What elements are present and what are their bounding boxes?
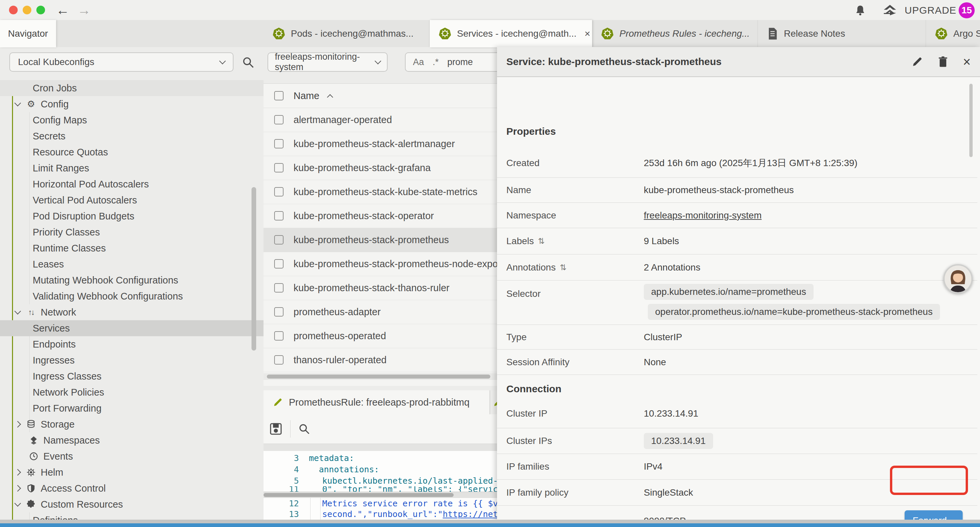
runbook-url-link[interactable]: https://net	[442, 509, 497, 519]
table-row[interactable]: kube-prometheus-stack-prometheus-node-ex…	[264, 252, 497, 276]
upgrade-label[interactable]: UPGRADE	[905, 5, 956, 16]
table-row[interactable]: kube-prometheus-stack-grafana	[264, 156, 497, 180]
notification-badge[interactable]: 15	[959, 2, 975, 18]
expand-icon[interactable]: ⇅	[560, 263, 566, 272]
sidebar-group-custom-resources[interactable]: Custom Resources	[0, 496, 278, 512]
sidebar-group-config[interactable]: ⚙ Config	[0, 96, 278, 112]
sidebar-item-secrets[interactable]: Secrets	[0, 128, 296, 144]
tab-argo[interactable]: Argo Se	[926, 20, 980, 47]
gear-icon: ⚙	[26, 99, 36, 109]
sidebar-item-network-policies[interactable]: Network Policies	[0, 384, 296, 400]
row-checkbox[interactable]	[274, 163, 283, 172]
table-row[interactable]: alertmanager-operated	[264, 108, 497, 132]
tab-label: Release Notes	[784, 29, 845, 39]
forward-button[interactable]: →	[77, 3, 91, 18]
sidebar-item-ingress-classes[interactable]: Ingress Classes	[0, 368, 296, 384]
sidebar-item-cron-jobs[interactable]: Cron Jobs	[0, 80, 296, 96]
row-checkbox[interactable]	[274, 283, 283, 293]
tab-strip: Navigator Pods - icecheng@mathmas... Ser…	[0, 20, 980, 47]
scrollbar-thumb[interactable]	[267, 374, 490, 379]
sidebar-group-storage[interactable]: Storage	[0, 416, 278, 432]
sidebar-search-icon[interactable]	[242, 56, 255, 69]
sidebar-item-ingresses[interactable]: Ingresses	[0, 352, 296, 368]
tab-release-notes[interactable]: Release Notes	[758, 20, 926, 47]
table-row[interactable]: kube-prometheus-stack-operator	[264, 204, 497, 228]
namespace-link[interactable]: freeleaps-monitoring-system	[644, 210, 762, 221]
sidebar-group-access-control[interactable]: Access Control	[0, 480, 278, 496]
kubeconfig-selector[interactable]: Local Kubeconfigs	[10, 53, 234, 72]
sidebar-item-resource-quotas[interactable]: Resource Quotas	[0, 144, 296, 160]
match-case-icon[interactable]: Aa	[413, 57, 424, 67]
delete-icon[interactable]	[938, 56, 948, 67]
sidebar-item-events[interactable]: Events	[0, 448, 292, 464]
table-header-row[interactable]: Name	[264, 84, 497, 108]
services-list-pane: freeleaps-monitoring-system Aa .* prome …	[264, 47, 497, 527]
editor-horizontal-scrollbar[interactable]	[264, 492, 497, 498]
toolbar-divider	[290, 420, 291, 438]
name-column-header[interactable]: Name	[294, 91, 319, 101]
row-checkbox[interactable]	[274, 211, 283, 220]
namespace-filter-dropdown[interactable]: freeleaps-monitoring-system	[267, 53, 388, 72]
table-row[interactable]: prometheus-operated	[264, 324, 497, 348]
edit-icon[interactable]	[912, 56, 923, 67]
sidebar-item-limit-ranges[interactable]: Limit Ranges	[0, 160, 296, 176]
shield-icon	[26, 483, 36, 493]
sidebar-scrollbar[interactable]	[251, 187, 256, 350]
expand-icon[interactable]: ⇅	[538, 236, 545, 246]
table-row[interactable]: thanos-ruler-operated	[264, 348, 497, 372]
panel-title: Service: kube-prometheus-stack-prometheu…	[506, 56, 721, 67]
upgrade-icon[interactable]	[883, 4, 897, 17]
row-checkbox[interactable]	[274, 235, 283, 245]
editor-tab-partial[interactable]	[491, 390, 497, 414]
row-checkbox[interactable]	[274, 259, 283, 269]
sidebar-item-namespaces[interactable]: Namespaces	[0, 432, 292, 448]
sidebar-group-network[interactable]: ↑↓ Network	[0, 304, 278, 320]
scrollbar-thumb[interactable]	[264, 493, 453, 497]
table-row[interactable]: kube-prometheus-stack-thanos-ruler	[264, 276, 497, 300]
code-line-partial: 110", "for": "nm", "labels": {"service":…	[264, 486, 497, 492]
bell-icon[interactable]	[854, 4, 867, 17]
code-line: 5kubectl.kubernetes.io/last-applied-co	[264, 475, 497, 486]
user-avatar[interactable]	[943, 264, 973, 293]
close-tab-icon[interactable]: ×	[584, 28, 590, 39]
back-button[interactable]: ←	[56, 3, 69, 18]
regex-icon[interactable]: .*	[433, 57, 439, 67]
editor-tab-prometheusrule[interactable]: PrometheusRule: freeleaps-prod-rabbitmq	[264, 390, 490, 414]
sidebar-item-config-maps[interactable]: Config Maps	[0, 112, 296, 128]
select-all-checkbox[interactable]	[274, 91, 283, 100]
close-panel-icon[interactable]: ×	[963, 56, 970, 67]
close-window-button[interactable]	[9, 6, 18, 14]
minimize-window-button[interactable]	[23, 6, 31, 14]
tab-pods[interactable]: Pods - icecheng@mathmas...	[264, 20, 430, 47]
titlebar: ← → UPGRADE 15	[0, 0, 980, 20]
panel-scrollbar[interactable]	[969, 84, 973, 157]
list-search-input[interactable]: Aa .* prome	[405, 53, 497, 72]
editor-search-icon[interactable]	[298, 423, 310, 435]
code-line: 3metadata:	[264, 452, 497, 463]
code-line: 13second.","runbook_url":"https://net	[264, 508, 497, 520]
chevron-down-icon	[14, 308, 21, 315]
panel-header: Service: kube-prometheus-stack-prometheu…	[497, 47, 980, 77]
row-checkbox[interactable]	[274, 355, 283, 365]
table-row[interactable]: prometheus-adapter	[264, 300, 497, 324]
code-line: 12Metrics service error rate is {{ $va	[264, 498, 497, 509]
tab-navigator[interactable]: Navigator	[0, 20, 56, 47]
tab-services[interactable]: Services - icecheng@math... ×	[430, 20, 592, 47]
property-row-namespace: Namespace freeleaps-monitoring-system	[497, 203, 977, 228]
tab-prometheus-rules[interactable]: Prometheus Rules - icecheng...	[592, 20, 758, 47]
table-row[interactable]: kube-prometheus-stack-kube-state-metrics	[264, 180, 497, 204]
row-checkbox[interactable]	[274, 115, 283, 124]
row-checkbox[interactable]	[274, 187, 283, 196]
sidebar-group-helm[interactable]: Helm	[0, 464, 278, 480]
maximize-window-button[interactable]	[37, 6, 45, 14]
table-horizontal-scrollbar[interactable]	[264, 373, 497, 380]
row-checkbox[interactable]	[274, 307, 283, 317]
save-icon[interactable]	[269, 422, 283, 436]
pencil-icon	[273, 397, 283, 407]
sidebar-item-port-forwarding[interactable]: Port Forwarding	[0, 400, 296, 416]
yaml-editor[interactable]: 3metadata: 4annotations: 5kubectl.kubern…	[264, 451, 497, 527]
row-checkbox[interactable]	[274, 139, 283, 148]
table-row-selected[interactable]: kube-prometheus-stack-prometheus	[264, 228, 497, 252]
table-row[interactable]: kube-prometheus-stack-alertmanager	[264, 132, 497, 156]
row-checkbox[interactable]	[274, 331, 283, 341]
